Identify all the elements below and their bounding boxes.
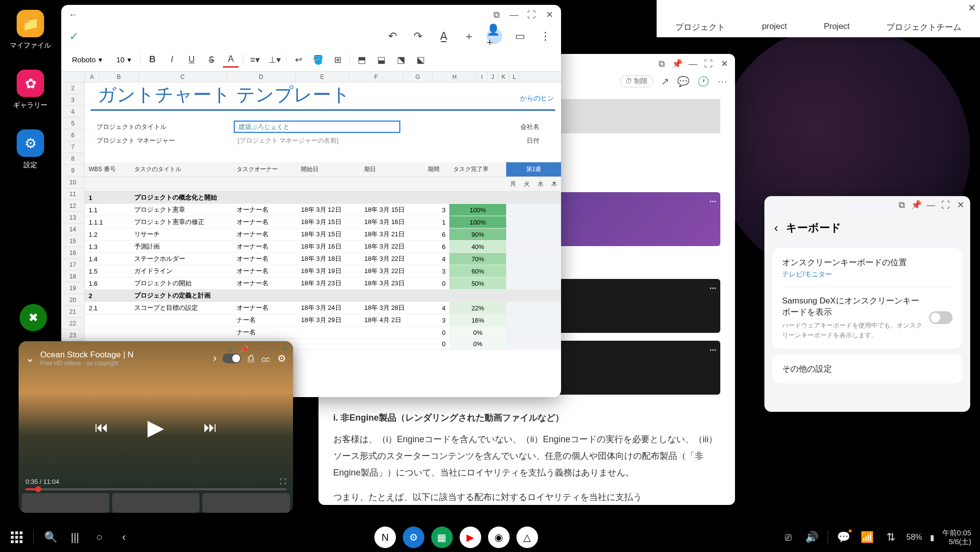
app-drive[interactable]: △ <box>516 527 538 548</box>
ime-suggestion[interactable]: project <box>756 20 793 35</box>
hint-link[interactable]: からのヒン <box>520 94 554 103</box>
row-header[interactable]: 2 <box>61 82 84 94</box>
app-settings[interactable]: ⚙ <box>403 527 424 548</box>
column-header[interactable]: J <box>488 72 498 82</box>
borders-button[interactable]: ⊞ <box>330 52 345 68</box>
table-row[interactable]: 2.1スコープと目標の設定オーナー名18年 3月 24日18年 3月 28日42… <box>85 302 561 314</box>
video-thumbnail[interactable] <box>202 493 290 513</box>
row-header[interactable]: 14 <box>61 224 84 235</box>
row-header[interactable]: 12 <box>61 200 84 212</box>
close-icon[interactable]: ✕ <box>968 2 976 14</box>
maximize-icon[interactable]: ⛶ <box>703 58 714 70</box>
prev-icon[interactable]: ⏮ <box>95 419 108 435</box>
row-header[interactable]: 17 <box>61 259 84 271</box>
italic-button[interactable]: I <box>164 52 180 68</box>
row-header[interactable]: 18 <box>61 271 84 282</box>
column-header[interactable]: I <box>477 72 488 82</box>
recents-icon[interactable]: ||| <box>67 529 83 545</box>
row-header[interactable]: 19 <box>61 282 84 294</box>
ime-suggestion[interactable]: プロジェクトチーム <box>881 20 967 35</box>
image-menu-icon[interactable]: ⋯ <box>710 282 716 295</box>
bold-button[interactable]: B <box>145 52 160 68</box>
autoplay-toggle[interactable] <box>222 353 241 363</box>
row-header[interactable]: 7 <box>61 141 84 153</box>
row-header[interactable]: 13 <box>61 212 84 224</box>
valign-button[interactable]: ⊥▾ <box>267 52 282 68</box>
back-icon[interactable]: ‹ <box>116 529 132 545</box>
desktop-icon-myfiles[interactable]: 📁 マイファイル <box>10 10 51 50</box>
row-header[interactable]: 3 <box>61 94 84 106</box>
insert-col-right-button[interactable]: ⬔ <box>393 52 409 68</box>
table-row[interactable]: 1.1プロジェクト憲章オーナー名18年 3月 12日18年 3月 15日3100… <box>85 204 561 216</box>
battery-percent[interactable]: 58% <box>906 533 922 542</box>
minimize-icon[interactable]: — <box>925 199 937 211</box>
maximize-icon[interactable]: ⛶ <box>526 9 538 21</box>
strikethrough-button[interactable]: S̶ <box>203 52 219 68</box>
bluetooth-icon[interactable]: ⇅ <box>883 529 899 545</box>
column-header[interactable]: E <box>295 72 349 82</box>
multiwindow-icon[interactable]: ⧉ <box>656 58 667 70</box>
close-icon[interactable]: ✕ <box>543 9 555 21</box>
app-notion[interactable]: N <box>374 527 396 548</box>
column-header[interactable]: K <box>498 72 509 82</box>
taskbar-clock[interactable]: 午前0:05 5/6(土) <box>942 528 971 546</box>
settings-window[interactable]: ⧉ 📌 — ⛶ ✕ ‹ キーボード オンスクリーンキーボードの位置 テレビ/モニ… <box>764 196 970 412</box>
gear-icon[interactable]: ⚙ <box>277 352 286 364</box>
share-icon[interactable]: ↗ <box>661 75 669 87</box>
project-title-input[interactable] <box>234 121 400 133</box>
back-icon[interactable]: ‹ <box>774 221 778 235</box>
row-header[interactable]: 4 <box>61 106 84 118</box>
caption-icon[interactable]: ㏄ <box>261 352 270 365</box>
text-color-button[interactable]: A <box>223 52 239 68</box>
column-header[interactable]: G <box>403 72 433 82</box>
chevron-right-icon[interactable]: › <box>213 352 217 365</box>
column-header[interactable]: A <box>85 72 99 82</box>
table-row[interactable]: ナー名00% <box>85 326 561 339</box>
column-header[interactable]: H <box>433 72 477 82</box>
play-icon[interactable]: ▶ <box>147 415 164 440</box>
back-icon[interactable]: ← <box>67 9 79 21</box>
cast-icon[interactable]: ⎙ <box>248 353 254 364</box>
settings-card[interactable]: その他の設定 <box>772 354 962 383</box>
table-row[interactable]: 1.6プロジェクトの開始オーナー名18年 3月 23日18年 3月 23日050… <box>85 277 561 290</box>
next-icon[interactable]: ⏭ <box>203 419 217 435</box>
video-player-window[interactable]: ⧉ 📌 — ⛶ ✕ ⌄ Ocean Stock Footage | N Free… <box>19 341 293 513</box>
fullscreen-icon[interactable]: ⛶ <box>280 478 286 485</box>
add-icon[interactable]: ＋ <box>461 28 477 44</box>
multiwindow-icon[interactable]: ⧉ <box>896 199 907 211</box>
minimize-icon[interactable]: — <box>687 58 699 70</box>
clock-icon[interactable]: 🕐 <box>697 75 710 87</box>
pin-icon[interactable]: 📌 <box>910 199 922 211</box>
undo-icon[interactable]: ↶ <box>385 28 400 44</box>
close-icon[interactable]: ✕ <box>955 199 966 211</box>
time-badge[interactable]: ⏱ 制限 <box>620 75 653 87</box>
column-header[interactable]: C <box>139 72 227 82</box>
more-icon[interactable]: ⋮ <box>538 28 553 44</box>
ime-suggestion[interactable]: プロジェクト <box>669 20 731 35</box>
keyboard-toggle[interactable] <box>929 311 953 324</box>
underline-button[interactable]: U <box>184 52 199 68</box>
table-row[interactable]: ナー名18年 3月 29日18年 4月 2日316% <box>85 314 561 326</box>
align-button[interactable]: ≡▾ <box>247 52 263 68</box>
row-header[interactable]: 10 <box>61 176 84 188</box>
row-header[interactable]: 5 <box>61 118 84 129</box>
row-header[interactable]: 20 <box>61 294 84 306</box>
redo-icon[interactable]: ↷ <box>410 28 426 44</box>
minimize-icon[interactable]: — <box>508 9 520 21</box>
app-sheets[interactable]: ▦ <box>431 527 453 548</box>
home-icon[interactable]: ○ <box>92 529 107 545</box>
fill-color-button[interactable]: 🪣 <box>310 52 326 68</box>
video-thumbnail[interactable] <box>22 493 109 513</box>
app-youtube[interactable]: ▶ <box>460 527 481 548</box>
row-header[interactable]: 22 <box>61 318 84 329</box>
column-header[interactable]: L <box>509 72 520 82</box>
video-thumbnail[interactable] <box>112 493 200 513</box>
row-header[interactable]: 15 <box>61 235 84 247</box>
ime-suggestion[interactable]: Project <box>818 20 856 35</box>
insert-col-left-button[interactable]: ⬓ <box>373 52 389 68</box>
close-icon[interactable]: ✕ <box>718 58 730 70</box>
table-row[interactable]: 1.1.1プロジェクト憲章の修正オーナー名18年 3月 15日18年 3月 16… <box>85 216 561 228</box>
multiwindow-icon[interactable]: ⧉ <box>490 9 502 21</box>
merge-button[interactable]: ⬒ <box>354 52 369 68</box>
font-size-select[interactable]: 10 ▾ <box>111 53 136 66</box>
